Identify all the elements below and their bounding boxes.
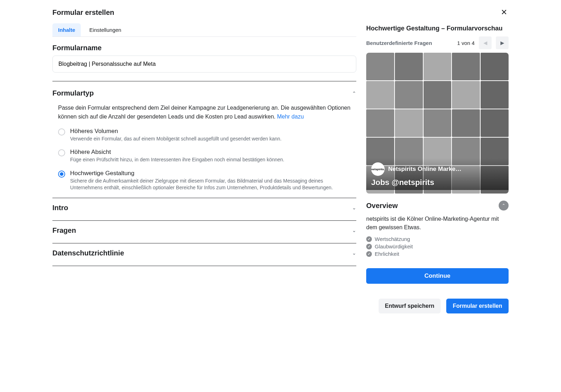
chevron-down-icon: ⌄ (352, 250, 356, 256)
chevron-down-icon: ⌄ (352, 227, 356, 233)
datenschutz-heading: Datenschutzrichtlinie (52, 249, 124, 257)
divider (52, 198, 356, 198)
check-icon: ✓ (366, 251, 372, 257)
preview-step-label: Benutzerdefinierte Fragen (366, 40, 432, 46)
intro-section-header[interactable]: Intro ⌄ (52, 202, 356, 214)
save-draft-button[interactable]: Entwurf speichern (379, 299, 441, 313)
form-name-label: Formularname (52, 44, 356, 52)
tab-inhalte[interactable]: Inhalte (52, 23, 81, 36)
divider (52, 220, 356, 221)
learn-more-link[interactable]: Mehr dazu (277, 114, 304, 120)
check-icon: ✓ (366, 236, 372, 242)
radio-icon (58, 149, 65, 156)
check-icon: ✓ (366, 244, 372, 249)
intro-heading: Intro (52, 204, 68, 212)
form-name-input[interactable] (52, 56, 356, 73)
radio-icon (58, 128, 65, 136)
fragen-section-header[interactable]: Fragen ⌄ (52, 224, 356, 237)
preview-card: ✕ netspirits. Netspirits Online Marke… J… (366, 53, 509, 194)
overview-bullet: ✓Glaubwürdigkeit (366, 243, 509, 249)
modal-title: Formular erstellen (52, 8, 114, 17)
radio-hochwertige-gestaltung[interactable]: Hochwertige Gestaltung Sichere dir die A… (58, 170, 351, 191)
radio-title: Höheres Volumen (70, 128, 282, 135)
brand-logo: netspirits. (371, 162, 385, 176)
radio-title: Höhere Absicht (70, 149, 284, 156)
datenschutz-section-header[interactable]: Datenschutzrichtlinie ⌄ (52, 247, 356, 259)
radio-hoeheres-volumen[interactable]: Höheres Volumen Verwende ein Formular, d… (58, 128, 351, 143)
overview-bullet: ✓Wertschätzung (366, 236, 509, 242)
radio-hoehere-absicht[interactable]: Höhere Absicht Füge einen Prüfschritt hi… (58, 149, 351, 163)
preview-title: Hochwertige Gestaltung – Formularvorscha… (366, 25, 503, 32)
radio-sub: Sichere dir die Aufmerksamkeit deiner Zi… (70, 178, 351, 191)
pager-next-button[interactable]: ▶ (496, 36, 509, 49)
formulartyp-section-header[interactable]: Formulartyp ⌃ (52, 87, 356, 99)
overview-heading: Overview (366, 202, 398, 210)
continue-button[interactable]: Continue (366, 268, 509, 284)
brand-name: Netspirits Online Marke… (388, 166, 461, 173)
divider (52, 266, 356, 266)
radio-sub: Verwende ein Formular, das auf einem Mob… (70, 136, 282, 143)
tab-bar: Inhalte Einstellungen (52, 23, 356, 37)
radio-icon (58, 171, 65, 178)
chevron-up-icon: ⌃ (352, 91, 356, 96)
brand-subtitle: Jobs @netspirits (371, 178, 504, 187)
divider (52, 243, 356, 243)
chevron-down-icon: ⌄ (352, 205, 356, 211)
formulartyp-heading: Formulartyp (52, 89, 94, 97)
tab-einstellungen[interactable]: Einstellungen (84, 23, 127, 36)
close-icon[interactable]: ✕ (499, 7, 509, 18)
overview-bullet: ✓Ehrlichkeit (366, 251, 509, 257)
radio-title: Hochwertige Gestaltung (70, 170, 351, 177)
overview-text: netspirits ist die Kölner Online-Marketi… (366, 215, 509, 232)
radio-sub: Füge einen Prüfschritt hinzu, in dem Int… (70, 156, 284, 163)
pager-prev-button[interactable]: ◀ (479, 36, 492, 49)
overview-collapse-icon[interactable]: ⌃ (499, 201, 509, 211)
create-form-button[interactable]: Formular erstellen (446, 299, 509, 313)
divider (52, 81, 356, 81)
preview-step-count: 1 von 4 (457, 40, 475, 46)
formulartyp-description: Passe dein Formular entsprechend dem Zie… (52, 104, 356, 121)
fragen-heading: Fragen (52, 226, 76, 235)
